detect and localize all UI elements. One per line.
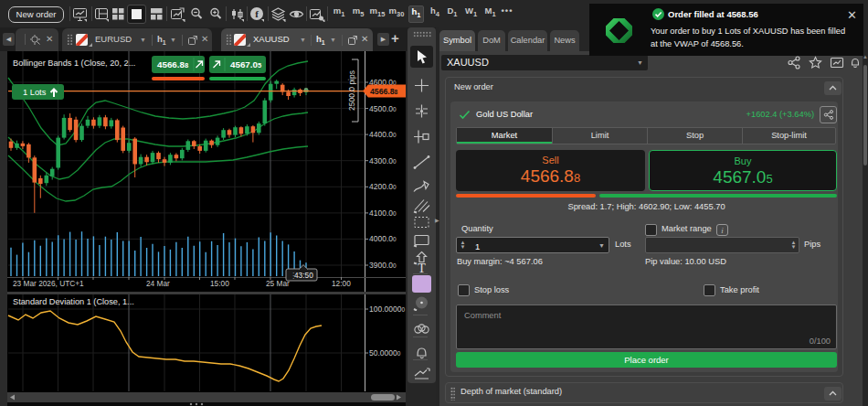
svg-text:Bollinger Bands 1 (Close, 20,: Bollinger Bands 1 (Close, 20, 2...	[13, 59, 135, 68]
svg-text:Standard Deviation 1 (Close, 1: Standard Deviation 1 (Close, 1...	[13, 297, 134, 306]
svg-text:2500.0 pips: 2500.0 pips	[347, 70, 356, 111]
svg-text:4567.05: 4567.05	[230, 59, 261, 69]
svg-text:23 Mar 2026, UTC+1: 23 Mar 2026, UTC+1	[13, 279, 84, 288]
svg-text:4566.88: 4566.88	[157, 59, 188, 69]
svg-text:1 Lots: 1 Lots	[23, 88, 47, 97]
svg-text:f: f	[255, 8, 259, 19]
svg-text:24 Mar: 24 Mar	[146, 279, 170, 288]
svg-text:43:50: 43:50	[294, 271, 313, 280]
svg-text:4300.00: 4300.00	[369, 156, 397, 166]
svg-text:4000.00: 4000.00	[369, 234, 397, 243]
svg-text:4500.00: 4500.00	[369, 104, 397, 113]
svg-text:12:00: 12:00	[332, 279, 351, 288]
svg-text:100.00000: 100.00000	[369, 304, 405, 314]
svg-text:4400.00: 4400.00	[369, 130, 397, 139]
svg-text:3900.00: 3900.00	[369, 261, 397, 270]
svg-text:15:00: 15:00	[210, 279, 229, 288]
svg-text:50.00000: 50.00000	[369, 348, 401, 358]
svg-text:4100.00: 4100.00	[369, 208, 397, 218]
svg-text:4566.88: 4566.88	[370, 87, 398, 96]
svg-text:4200.00: 4200.00	[369, 182, 397, 191]
